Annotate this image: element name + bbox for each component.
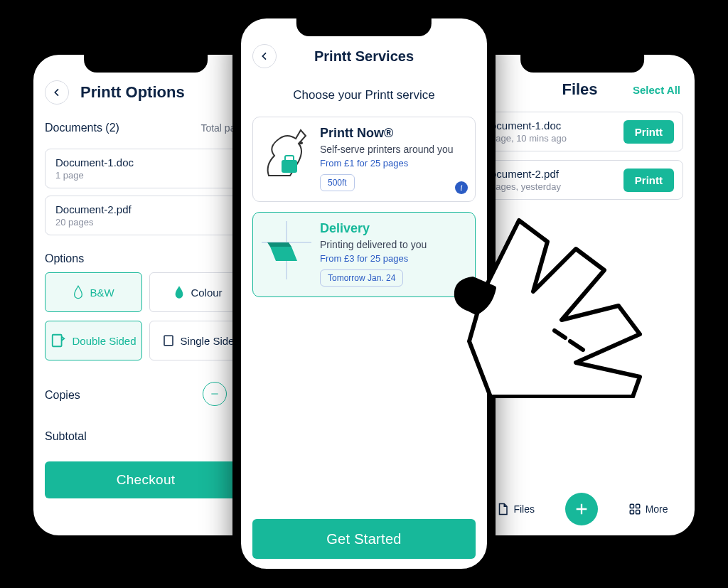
option-bw[interactable]: B&W: [45, 272, 142, 312]
bottom-nav: Files More: [481, 486, 683, 525]
notch: [84, 54, 208, 73]
select-all-link[interactable]: Select All: [633, 84, 680, 96]
phone-options: Printt Options Documents (2) Total page …: [25, 46, 267, 544]
svg-rect-0: [53, 335, 62, 347]
file-card[interactable]: ocument-2.pdf pages, yesterday Printt: [481, 160, 683, 200]
options-heading: Options: [45, 252, 247, 265]
service-printt-now[interactable]: Printt Now® Self-serve printers around y…: [252, 117, 476, 202]
nav-more[interactable]: More: [628, 503, 668, 515]
notch: [296, 18, 432, 36]
get-started-button[interactable]: Get Started: [252, 519, 476, 559]
printt-button[interactable]: Printt: [623, 169, 674, 192]
decrement-button[interactable]: [203, 382, 227, 406]
svg-marker-12: [267, 242, 291, 247]
option-label: Double Sided: [72, 335, 136, 347]
file-meta: page, 10 mins ago: [491, 133, 567, 144]
back-button[interactable]: [252, 44, 277, 68]
page-title: Printt Services: [284, 48, 444, 65]
file-card[interactable]: ocument-1.doc page, 10 mins ago Printt: [481, 112, 683, 151]
option-label: B&W: [90, 287, 114, 299]
service-badge: Tomorrow Jan. 24: [320, 269, 403, 287]
back-button[interactable]: [45, 80, 69, 105]
service-price: From £1 for 25 pages: [320, 158, 465, 169]
double-page-icon: [50, 333, 66, 348]
option-label: Single Side: [181, 335, 235, 347]
printt-button[interactable]: Printt: [623, 120, 674, 144]
phone-services: Printt Services Choose your Printt servi…: [232, 10, 496, 577]
single-page-icon: [162, 334, 175, 347]
service-illustration: [262, 126, 311, 184]
document-card[interactable]: Document-2.pdf 20 pages: [45, 196, 247, 235]
minus-icon: [210, 389, 220, 399]
svg-rect-1: [164, 336, 173, 346]
file-name: ocument-1.doc: [491, 119, 567, 132]
document-meta: 20 pages: [55, 217, 236, 228]
arrow-left-icon: [259, 50, 270, 62]
nav-label: More: [646, 503, 668, 515]
service-illustration: [262, 221, 311, 279]
checkout-button[interactable]: Checkout: [45, 461, 247, 498]
header: Printt Options: [45, 80, 247, 105]
info-icon[interactable]: i: [455, 181, 468, 194]
file-meta: pages, yesterday: [491, 181, 561, 192]
file-name: ocument-2.pdf: [491, 168, 561, 180]
page-subtitle: Choose your Printt service: [252, 88, 476, 102]
document-meta: 1 page: [55, 170, 236, 181]
option-label: Colour: [191, 287, 222, 299]
droplet-outline-icon: [73, 285, 84, 299]
service-price: From £3 for 25 pages: [320, 253, 465, 264]
service-title: Delivery: [320, 221, 465, 236]
svg-rect-2: [630, 504, 633, 508]
subtotal-label: Subtotal: [45, 430, 247, 443]
file-icon: [496, 503, 509, 515]
page-title: Files: [562, 80, 597, 99]
option-double-sided[interactable]: Double Sided: [45, 321, 142, 360]
nav-files[interactable]: Files: [496, 503, 535, 515]
svg-marker-11: [270, 247, 297, 261]
droplet-filled-icon: [173, 285, 185, 299]
page-title: Printt Options: [76, 83, 247, 102]
service-desc: Printing delivered to you: [320, 239, 465, 250]
service-badge: 500ft: [320, 174, 355, 191]
arrow-left-icon: [51, 87, 63, 98]
service-desc: Self-serve printers around you: [320, 144, 465, 155]
document-name: Document-1.doc: [55, 156, 236, 169]
phone-files: Files Select All ocument-1.doc page, 10 …: [461, 46, 703, 544]
document-name: Document-2.pdf: [55, 203, 236, 215]
documents-heading: Documents (2): [45, 122, 119, 134]
add-button[interactable]: [565, 493, 598, 525]
service-delivery[interactable]: Delivery Printing delivered to you From …: [252, 212, 476, 297]
svg-rect-5: [636, 511, 639, 514]
grid-icon: [628, 503, 641, 515]
svg-point-6: [299, 141, 303, 144]
service-title: Printt Now®: [320, 126, 465, 141]
plus-icon: [574, 501, 589, 517]
svg-rect-3: [636, 504, 639, 508]
notch: [520, 54, 644, 73]
document-card[interactable]: Document-1.doc 1 page: [45, 149, 247, 188]
svg-rect-4: [630, 511, 633, 514]
nav-label: Files: [513, 503, 535, 515]
copies-label: Copies: [45, 389, 80, 402]
